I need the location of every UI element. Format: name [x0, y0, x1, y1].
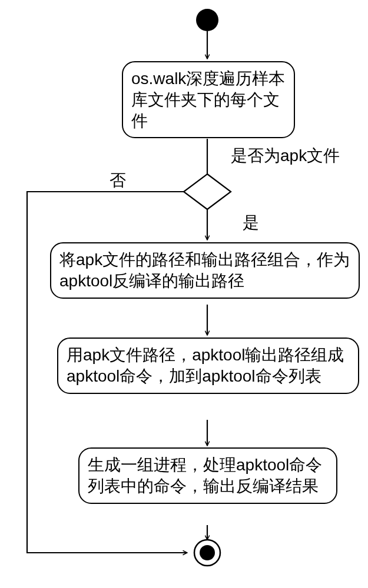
initial-node [196, 9, 218, 31]
decision-node [184, 174, 231, 209]
activity-build-command: 用apk文件路径，apktool输出路径组成apktool命令，加到apktoo… [57, 338, 359, 394]
decision-no-label: 否 [110, 171, 126, 191]
decision-yes-label: 是 [243, 213, 259, 233]
activity-combine-path-text: 将apk文件的路径和输出路径组合，作为apktool反编译的输出路径 [59, 250, 350, 290]
activity-build-command-text: 用apk文件路径，apktool输出路径组成apktool命令，加到apktoo… [67, 346, 344, 385]
flowchart-canvas: os.walk深度遍历样本库文件夹下的每个文件 将apk文件的路径和输出路径组合… [0, 0, 368, 588]
activity-spawn-process-text: 生成一组进程，处理apktool命令列表中的命令，输出反编译结果 [88, 456, 322, 495]
activity-combine-path: 将apk文件的路径和输出路径组合，作为apktool反编译的输出路径 [50, 242, 360, 299]
activity-spawn-process: 生成一组进程，处理apktool命令列表中的命令，输出反编译结果 [78, 447, 337, 504]
activity-walk-text: os.walk深度遍历样本库文件夹下的每个文件 [131, 69, 285, 130]
final-node-ring [194, 540, 220, 566]
final-node-dot [200, 545, 215, 560]
activity-walk: os.walk深度遍历样本库文件夹下的每个文件 [122, 61, 295, 138]
decision-question-label: 是否为apk文件 [231, 146, 340, 166]
